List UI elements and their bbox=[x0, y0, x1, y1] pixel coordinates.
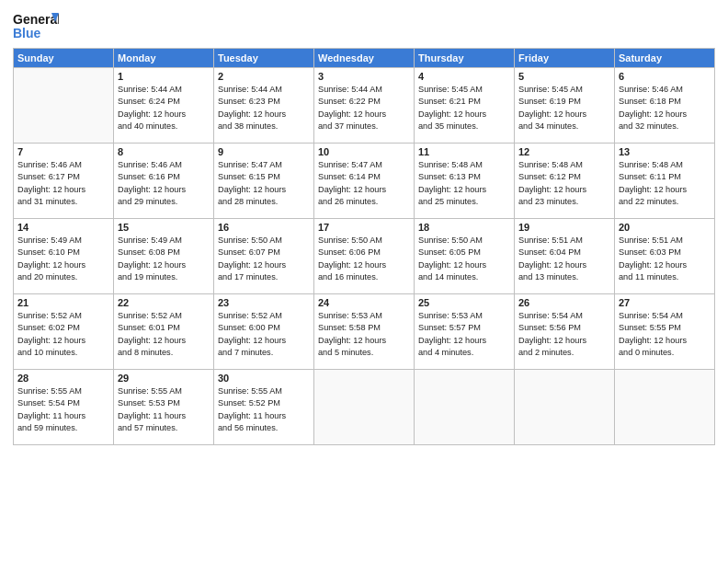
calendar-cell: 1Sunrise: 5:44 AM Sunset: 6:24 PM Daylig… bbox=[114, 68, 214, 144]
cell-info: Sunrise: 5:49 AM Sunset: 6:08 PM Dayligh… bbox=[118, 235, 210, 283]
cell-info: Sunrise: 5:48 AM Sunset: 6:13 PM Dayligh… bbox=[418, 159, 510, 208]
cell-info: Sunrise: 5:52 AM Sunset: 6:01 PM Dayligh… bbox=[118, 310, 210, 359]
calendar-cell: 28Sunrise: 5:55 AM Sunset: 5:54 PM Dayli… bbox=[14, 370, 114, 445]
cell-info: Sunrise: 5:48 AM Sunset: 6:11 PM Dayligh… bbox=[619, 159, 711, 208]
calendar-cell: 15Sunrise: 5:49 AM Sunset: 6:08 PM Dayli… bbox=[114, 219, 214, 294]
calendar-cell: 26Sunrise: 5:54 AM Sunset: 5:56 PM Dayli… bbox=[515, 294, 615, 370]
day-number: 22 bbox=[118, 297, 210, 308]
calendar-cell bbox=[615, 370, 715, 445]
day-number: 13 bbox=[619, 146, 711, 157]
page-header: GeneralBlue bbox=[13, 9, 715, 42]
day-number: 11 bbox=[418, 146, 510, 157]
calendar-cell: 12Sunrise: 5:48 AM Sunset: 6:12 PM Dayli… bbox=[515, 144, 615, 219]
calendar-cell: 11Sunrise: 5:48 AM Sunset: 6:13 PM Dayli… bbox=[415, 144, 515, 219]
calendar-cell: 5Sunrise: 5:45 AM Sunset: 6:19 PM Daylig… bbox=[515, 68, 615, 144]
week-row-1: 1Sunrise: 5:44 AM Sunset: 6:24 PM Daylig… bbox=[14, 68, 715, 144]
day-number: 2 bbox=[218, 71, 310, 82]
calendar-cell: 25Sunrise: 5:53 AM Sunset: 5:57 PM Dayli… bbox=[415, 294, 515, 370]
cell-info: Sunrise: 5:47 AM Sunset: 6:14 PM Dayligh… bbox=[318, 159, 410, 208]
cell-info: Sunrise: 5:50 AM Sunset: 6:05 PM Dayligh… bbox=[418, 235, 510, 283]
day-number: 1 bbox=[118, 71, 210, 82]
calendar-cell: 30Sunrise: 5:55 AM Sunset: 5:52 PM Dayli… bbox=[214, 370, 314, 445]
cell-info: Sunrise: 5:51 AM Sunset: 6:03 PM Dayligh… bbox=[619, 235, 711, 283]
calendar-cell: 16Sunrise: 5:50 AM Sunset: 6:07 PM Dayli… bbox=[214, 219, 314, 294]
day-number: 24 bbox=[318, 297, 410, 308]
day-number: 25 bbox=[418, 297, 510, 308]
calendar-cell: 23Sunrise: 5:52 AM Sunset: 6:00 PM Dayli… bbox=[214, 294, 314, 370]
day-number: 15 bbox=[118, 222, 210, 233]
day-number: 4 bbox=[418, 71, 510, 82]
week-row-2: 7Sunrise: 5:46 AM Sunset: 6:17 PM Daylig… bbox=[14, 144, 715, 219]
calendar-cell: 4Sunrise: 5:45 AM Sunset: 6:21 PM Daylig… bbox=[415, 68, 515, 144]
day-number: 27 bbox=[619, 297, 711, 308]
cell-info: Sunrise: 5:50 AM Sunset: 6:07 PM Dayligh… bbox=[218, 235, 310, 283]
calendar-cell: 19Sunrise: 5:51 AM Sunset: 6:04 PM Dayli… bbox=[515, 219, 615, 294]
logo-svg: GeneralBlue bbox=[13, 9, 59, 42]
calendar-cell: 6Sunrise: 5:46 AM Sunset: 6:18 PM Daylig… bbox=[615, 68, 715, 144]
cell-info: Sunrise: 5:53 AM Sunset: 5:58 PM Dayligh… bbox=[318, 310, 410, 359]
day-number: 5 bbox=[518, 71, 610, 82]
cell-info: Sunrise: 5:52 AM Sunset: 6:02 PM Dayligh… bbox=[17, 310, 109, 359]
cell-info: Sunrise: 5:55 AM Sunset: 5:52 PM Dayligh… bbox=[218, 385, 310, 434]
calendar-cell: 7Sunrise: 5:46 AM Sunset: 6:17 PM Daylig… bbox=[14, 144, 114, 219]
cell-info: Sunrise: 5:45 AM Sunset: 6:19 PM Dayligh… bbox=[518, 84, 610, 132]
calendar-cell: 18Sunrise: 5:50 AM Sunset: 6:05 PM Dayli… bbox=[415, 219, 515, 294]
cell-info: Sunrise: 5:44 AM Sunset: 6:23 PM Dayligh… bbox=[218, 84, 310, 132]
calendar-cell: 13Sunrise: 5:48 AM Sunset: 6:11 PM Dayli… bbox=[615, 144, 715, 219]
week-row-5: 28Sunrise: 5:55 AM Sunset: 5:54 PM Dayli… bbox=[14, 370, 715, 445]
cell-info: Sunrise: 5:54 AM Sunset: 5:55 PM Dayligh… bbox=[619, 310, 711, 359]
cell-info: Sunrise: 5:51 AM Sunset: 6:04 PM Dayligh… bbox=[518, 235, 610, 283]
svg-text:Blue: Blue bbox=[13, 26, 41, 40]
weekday-header-thursday: Thursday bbox=[415, 49, 515, 68]
cell-info: Sunrise: 5:45 AM Sunset: 6:21 PM Dayligh… bbox=[418, 84, 510, 132]
calendar-cell: 21Sunrise: 5:52 AM Sunset: 6:02 PM Dayli… bbox=[14, 294, 114, 370]
day-number: 18 bbox=[418, 222, 510, 233]
weekday-header-wednesday: Wednesday bbox=[314, 49, 415, 68]
day-number: 8 bbox=[118, 146, 210, 157]
cell-info: Sunrise: 5:46 AM Sunset: 6:16 PM Dayligh… bbox=[118, 159, 210, 208]
calendar-cell: 2Sunrise: 5:44 AM Sunset: 6:23 PM Daylig… bbox=[214, 68, 314, 144]
week-row-3: 14Sunrise: 5:49 AM Sunset: 6:10 PM Dayli… bbox=[14, 219, 715, 294]
day-number: 28 bbox=[17, 373, 109, 384]
day-number: 23 bbox=[218, 297, 310, 308]
calendar-cell: 8Sunrise: 5:46 AM Sunset: 6:16 PM Daylig… bbox=[114, 144, 214, 219]
cell-info: Sunrise: 5:46 AM Sunset: 6:18 PM Dayligh… bbox=[619, 84, 711, 132]
weekday-header-tuesday: Tuesday bbox=[214, 49, 314, 68]
calendar-cell: 9Sunrise: 5:47 AM Sunset: 6:15 PM Daylig… bbox=[214, 144, 314, 219]
day-number: 3 bbox=[318, 71, 410, 82]
day-number: 6 bbox=[619, 71, 711, 82]
calendar-cell bbox=[515, 370, 615, 445]
calendar-cell bbox=[415, 370, 515, 445]
cell-info: Sunrise: 5:50 AM Sunset: 6:06 PM Dayligh… bbox=[318, 235, 410, 283]
calendar-cell: 20Sunrise: 5:51 AM Sunset: 6:03 PM Dayli… bbox=[615, 219, 715, 294]
cell-info: Sunrise: 5:44 AM Sunset: 6:22 PM Dayligh… bbox=[318, 84, 410, 132]
calendar-cell: 27Sunrise: 5:54 AM Sunset: 5:55 PM Dayli… bbox=[615, 294, 715, 370]
day-number: 26 bbox=[518, 297, 610, 308]
day-number: 20 bbox=[619, 222, 711, 233]
weekday-header-sunday: Sunday bbox=[14, 49, 114, 68]
cell-info: Sunrise: 5:48 AM Sunset: 6:12 PM Dayligh… bbox=[518, 159, 610, 208]
day-number: 9 bbox=[218, 146, 310, 157]
day-number: 10 bbox=[318, 146, 410, 157]
calendar-cell: 14Sunrise: 5:49 AM Sunset: 6:10 PM Dayli… bbox=[14, 219, 114, 294]
day-number: 17 bbox=[318, 222, 410, 233]
day-number: 7 bbox=[17, 146, 109, 157]
calendar-cell: 29Sunrise: 5:55 AM Sunset: 5:53 PM Dayli… bbox=[114, 370, 214, 445]
day-number: 14 bbox=[17, 222, 109, 233]
calendar-cell bbox=[14, 68, 114, 144]
cell-info: Sunrise: 5:47 AM Sunset: 6:15 PM Dayligh… bbox=[218, 159, 310, 208]
weekday-header-monday: Monday bbox=[114, 49, 214, 68]
logo: GeneralBlue bbox=[13, 9, 59, 42]
cell-info: Sunrise: 5:53 AM Sunset: 5:57 PM Dayligh… bbox=[418, 310, 510, 359]
weekday-header-saturday: Saturday bbox=[615, 49, 715, 68]
cell-info: Sunrise: 5:46 AM Sunset: 6:17 PM Dayligh… bbox=[17, 159, 109, 208]
weekday-header-friday: Friday bbox=[515, 49, 615, 68]
cell-info: Sunrise: 5:55 AM Sunset: 5:53 PM Dayligh… bbox=[118, 385, 210, 434]
calendar-cell: 22Sunrise: 5:52 AM Sunset: 6:01 PM Dayli… bbox=[114, 294, 214, 370]
cell-info: Sunrise: 5:52 AM Sunset: 6:00 PM Dayligh… bbox=[218, 310, 310, 359]
calendar-cell: 24Sunrise: 5:53 AM Sunset: 5:58 PM Dayli… bbox=[314, 294, 415, 370]
day-number: 21 bbox=[17, 297, 109, 308]
weekday-header-row: SundayMondayTuesdayWednesdayThursdayFrid… bbox=[14, 49, 715, 68]
day-number: 16 bbox=[218, 222, 310, 233]
cell-info: Sunrise: 5:54 AM Sunset: 5:56 PM Dayligh… bbox=[518, 310, 610, 359]
